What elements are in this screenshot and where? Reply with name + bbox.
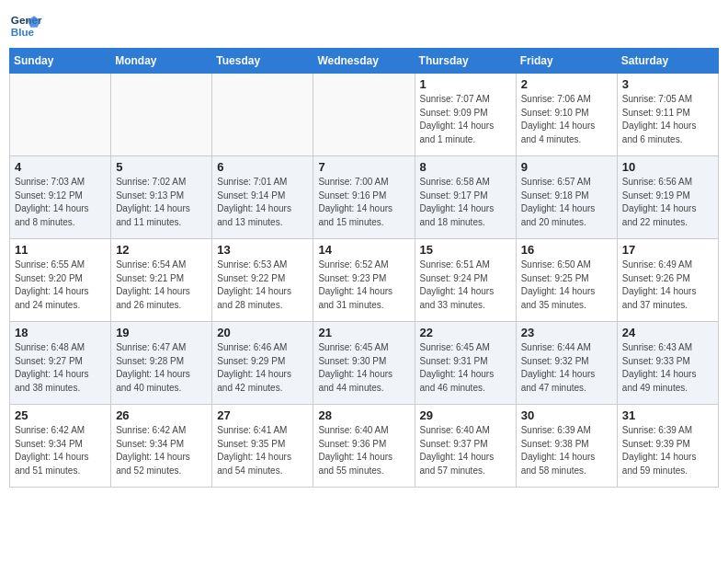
day-info: Sunrise: 6:51 AM Sunset: 9:24 PM Dayligh…: [420, 259, 511, 312]
day-number: 15: [420, 243, 511, 257]
day-number: 27: [217, 408, 308, 422]
day-info: Sunrise: 6:46 AM Sunset: 9:29 PM Dayligh…: [217, 341, 308, 395]
day-info: Sunrise: 6:58 AM Sunset: 9:17 PM Dayligh…: [420, 176, 511, 229]
day-info: Sunrise: 6:56 AM Sunset: 9:19 PM Dayligh…: [622, 176, 713, 229]
calendar-cell: [212, 74, 313, 156]
day-number: 5: [116, 160, 207, 174]
day-info: Sunrise: 7:02 AM Sunset: 9:13 PM Dayligh…: [116, 176, 207, 229]
calendar-cell: 17Sunrise: 6:49 AM Sunset: 9:26 PM Dayli…: [617, 239, 718, 322]
day-number: 29: [420, 408, 511, 422]
calendar-cell: 24Sunrise: 6:43 AM Sunset: 9:33 PM Dayli…: [617, 322, 718, 405]
col-header-monday: Monday: [111, 49, 212, 74]
day-info: Sunrise: 7:01 AM Sunset: 9:14 PM Dayligh…: [217, 176, 308, 229]
day-number: 31: [622, 408, 713, 422]
col-header-saturday: Saturday: [617, 49, 718, 74]
day-number: 11: [15, 243, 106, 257]
day-number: 14: [318, 243, 409, 257]
calendar-cell: 20Sunrise: 6:46 AM Sunset: 9:29 PM Dayli…: [212, 322, 313, 405]
calendar-cell: 8Sunrise: 6:58 AM Sunset: 9:17 PM Daylig…: [415, 156, 516, 239]
calendar-cell: 18Sunrise: 6:48 AM Sunset: 9:27 PM Dayli…: [10, 322, 111, 405]
day-number: 25: [15, 408, 106, 422]
day-number: 17: [622, 243, 713, 257]
calendar-cell: 11Sunrise: 6:55 AM Sunset: 9:20 PM Dayli…: [10, 239, 111, 322]
logo-icon: General Blue: [9, 9, 42, 42]
day-number: 2: [521, 77, 612, 91]
day-number: 28: [318, 408, 409, 422]
calendar-cell: 7Sunrise: 7:00 AM Sunset: 9:16 PM Daylig…: [313, 156, 415, 239]
day-info: Sunrise: 6:39 AM Sunset: 9:39 PM Dayligh…: [622, 424, 713, 477]
header: General Blue: [9, 9, 719, 42]
day-number: 30: [521, 408, 612, 422]
calendar-cell: 15Sunrise: 6:51 AM Sunset: 9:24 PM Dayli…: [415, 239, 516, 322]
day-info: Sunrise: 6:45 AM Sunset: 9:30 PM Dayligh…: [318, 341, 409, 395]
day-number: 12: [116, 243, 207, 257]
header-row: SundayMondayTuesdayWednesdayThursdayFrid…: [10, 49, 719, 74]
calendar-cell: 12Sunrise: 6:54 AM Sunset: 9:21 PM Dayli…: [111, 239, 212, 322]
calendar-cell: [111, 74, 212, 156]
day-info: Sunrise: 6:53 AM Sunset: 9:22 PM Dayligh…: [217, 259, 308, 312]
calendar-cell: 5Sunrise: 7:02 AM Sunset: 9:13 PM Daylig…: [111, 156, 212, 239]
day-number: 1: [420, 77, 511, 91]
day-info: Sunrise: 6:41 AM Sunset: 9:35 PM Dayligh…: [217, 424, 308, 477]
day-info: Sunrise: 6:48 AM Sunset: 9:27 PM Dayligh…: [15, 341, 106, 395]
calendar-cell: [10, 74, 111, 156]
day-info: Sunrise: 6:39 AM Sunset: 9:38 PM Dayligh…: [521, 424, 612, 477]
day-info: Sunrise: 6:45 AM Sunset: 9:31 PM Dayligh…: [420, 341, 511, 395]
col-header-friday: Friday: [516, 49, 617, 74]
day-info: Sunrise: 7:03 AM Sunset: 9:12 PM Dayligh…: [15, 176, 106, 229]
calendar-cell: 4Sunrise: 7:03 AM Sunset: 9:12 PM Daylig…: [10, 156, 111, 239]
day-info: Sunrise: 6:54 AM Sunset: 9:21 PM Dayligh…: [116, 259, 207, 312]
day-info: Sunrise: 6:44 AM Sunset: 9:32 PM Dayligh…: [521, 341, 612, 395]
day-number: 16: [521, 243, 612, 257]
calendar-cell: 28Sunrise: 6:40 AM Sunset: 9:36 PM Dayli…: [313, 405, 415, 488]
calendar-cell: 9Sunrise: 6:57 AM Sunset: 9:18 PM Daylig…: [516, 156, 617, 239]
day-number: 23: [521, 326, 612, 339]
day-info: Sunrise: 6:43 AM Sunset: 9:33 PM Dayligh…: [622, 341, 713, 395]
week-row-1: 1Sunrise: 7:07 AM Sunset: 9:09 PM Daylig…: [10, 74, 719, 156]
day-number: 3: [622, 77, 713, 91]
calendar-cell: 19Sunrise: 6:47 AM Sunset: 9:28 PM Dayli…: [111, 322, 212, 405]
day-number: 10: [622, 160, 713, 174]
col-header-wednesday: Wednesday: [313, 49, 415, 74]
calendar-cell: 1Sunrise: 7:07 AM Sunset: 9:09 PM Daylig…: [415, 74, 516, 156]
col-header-tuesday: Tuesday: [212, 49, 313, 74]
calendar-cell: 27Sunrise: 6:41 AM Sunset: 9:35 PM Dayli…: [212, 405, 313, 488]
day-number: 4: [15, 160, 106, 174]
day-info: Sunrise: 6:40 AM Sunset: 9:36 PM Dayligh…: [318, 424, 409, 477]
calendar-cell: 29Sunrise: 6:40 AM Sunset: 9:37 PM Dayli…: [415, 405, 516, 488]
calendar-cell: 3Sunrise: 7:05 AM Sunset: 9:11 PM Daylig…: [617, 74, 718, 156]
week-row-4: 18Sunrise: 6:48 AM Sunset: 9:27 PM Dayli…: [10, 322, 719, 405]
calendar-cell: 21Sunrise: 6:45 AM Sunset: 9:30 PM Dayli…: [313, 322, 415, 405]
calendar-cell: 23Sunrise: 6:44 AM Sunset: 9:32 PM Dayli…: [516, 322, 617, 405]
calendar-cell: 16Sunrise: 6:50 AM Sunset: 9:25 PM Dayli…: [516, 239, 617, 322]
day-number: 6: [217, 160, 308, 174]
day-number: 26: [116, 408, 207, 422]
day-info: Sunrise: 7:07 AM Sunset: 9:09 PM Dayligh…: [420, 93, 511, 146]
day-number: 24: [622, 326, 713, 339]
calendar-cell: 26Sunrise: 6:42 AM Sunset: 9:34 PM Dayli…: [111, 405, 212, 488]
logo: General Blue: [9, 9, 46, 42]
day-info: Sunrise: 7:05 AM Sunset: 9:11 PM Dayligh…: [622, 93, 713, 146]
day-number: 19: [116, 326, 207, 339]
day-info: Sunrise: 6:47 AM Sunset: 9:28 PM Dayligh…: [116, 341, 207, 395]
calendar-cell: 13Sunrise: 6:53 AM Sunset: 9:22 PM Dayli…: [212, 239, 313, 322]
day-info: Sunrise: 6:49 AM Sunset: 9:26 PM Dayligh…: [622, 259, 713, 312]
day-number: 20: [217, 326, 308, 339]
calendar-cell: 10Sunrise: 6:56 AM Sunset: 9:19 PM Dayli…: [617, 156, 718, 239]
col-header-thursday: Thursday: [415, 49, 516, 74]
day-number: 9: [521, 160, 612, 174]
day-info: Sunrise: 7:00 AM Sunset: 9:16 PM Dayligh…: [318, 176, 409, 229]
day-info: Sunrise: 6:57 AM Sunset: 9:18 PM Dayligh…: [521, 176, 612, 229]
day-info: Sunrise: 6:50 AM Sunset: 9:25 PM Dayligh…: [521, 259, 612, 312]
day-info: Sunrise: 6:42 AM Sunset: 9:34 PM Dayligh…: [15, 424, 106, 477]
week-row-5: 25Sunrise: 6:42 AM Sunset: 9:34 PM Dayli…: [10, 405, 719, 488]
calendar-cell: 30Sunrise: 6:39 AM Sunset: 9:38 PM Dayli…: [516, 405, 617, 488]
calendar-cell: 25Sunrise: 6:42 AM Sunset: 9:34 PM Dayli…: [10, 405, 111, 488]
calendar-cell: [313, 74, 415, 156]
day-number: 13: [217, 243, 308, 257]
day-number: 7: [318, 160, 409, 174]
calendar-cell: 22Sunrise: 6:45 AM Sunset: 9:31 PM Dayli…: [415, 322, 516, 405]
day-number: 18: [15, 326, 106, 339]
calendar-cell: 2Sunrise: 7:06 AM Sunset: 9:10 PM Daylig…: [516, 74, 617, 156]
day-number: 21: [318, 326, 409, 339]
